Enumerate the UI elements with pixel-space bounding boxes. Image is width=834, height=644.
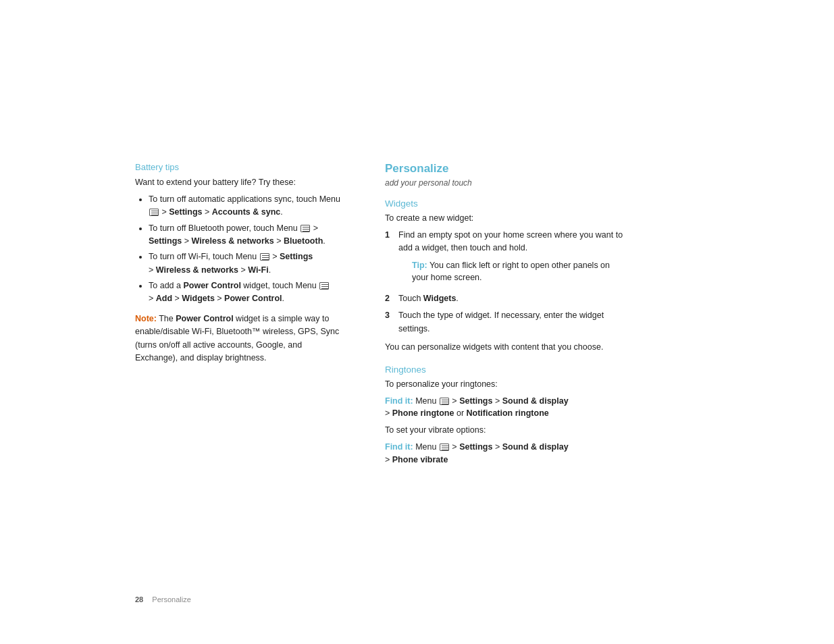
tip-label: Tip: <box>412 261 427 270</box>
widgets-outro: You can personalize widgets with content… <box>385 341 628 354</box>
right-column: Personalize add your personal touch Widg… <box>385 162 628 470</box>
ringtones-find-it-1: Find it: Menu > Settings > Sound & displ… <box>385 395 628 421</box>
step-text: Touch Widgets. <box>398 292 459 305</box>
left-column: Battery tips Want to extend your battery… <box>135 162 344 470</box>
ringtones-vibrate-intro: To set your vibrate options: <box>385 424 628 437</box>
menu-icon <box>301 225 310 232</box>
ringtones-find-it-2: Find it: Menu > Settings > Sound & displ… <box>385 441 628 466</box>
ringtones-heading: Ringtones <box>385 365 628 375</box>
step-3: 3 Touch the type of widget. If necessary… <box>385 309 628 336</box>
step-num: 2 <box>385 292 393 305</box>
menu-icon <box>319 282 329 290</box>
widgets-section: Widgets To create a new widget: 1 Find a… <box>385 198 628 354</box>
page-label: Personalize <box>152 595 190 603</box>
menu-icon <box>149 209 159 216</box>
step-text: Touch the type of widget. If necessary, … <box>398 309 628 336</box>
page-footer: 28 Personalize <box>135 595 191 603</box>
battery-tips-intro: Want to extend your battery life? Try th… <box>135 176 344 189</box>
find-it-label: Find it: <box>385 396 413 406</box>
step-num: 1 <box>385 229 393 288</box>
step-1: 1 Find an empty spot on your home screen… <box>385 229 628 288</box>
ringtones-intro: To personalize your ringtones: <box>385 378 628 391</box>
widgets-heading: Widgets <box>385 198 628 209</box>
widgets-intro: To create a new widget: <box>385 212 628 225</box>
menu-icon <box>260 253 269 261</box>
list-item: To turn off Bluetooth power, touch Menu … <box>149 222 344 248</box>
battery-tips-list: To turn off automatic applications sync,… <box>135 193 344 306</box>
personalize-title: Personalize <box>385 162 628 176</box>
personalize-subtitle: add your personal touch <box>385 178 628 188</box>
menu-icon <box>440 398 449 405</box>
menu-icon <box>440 444 449 451</box>
step-text: Find an empty spot on your home screen w… <box>398 229 628 288</box>
step-num: 3 <box>385 309 393 336</box>
widgets-steps: 1 Find an empty spot on your home screen… <box>385 229 628 336</box>
battery-tips-section: Battery tips Want to extend your battery… <box>135 162 344 365</box>
tip-block: Tip: You can flick left or right to open… <box>412 259 628 285</box>
list-item: To turn off automatic applications sync,… <box>149 193 344 219</box>
list-item: To add a Power Control widget, touch Men… <box>149 279 344 306</box>
list-item: To turn off Wi-Fi, touch Menu > Settings… <box>149 250 344 277</box>
step-2: 2 Touch Widgets. <box>385 292 628 305</box>
page-number: 28 <box>135 595 143 603</box>
ringtones-section: Ringtones To personalize your ringtones:… <box>385 365 628 466</box>
note-label: Note: <box>135 314 157 323</box>
find-it-label-2: Find it: <box>385 442 413 452</box>
battery-note: Note: The Power Control widget is a simp… <box>135 313 344 365</box>
battery-tips-title: Battery tips <box>135 162 344 172</box>
personalize-section: Personalize add your personal touch <box>385 162 628 188</box>
